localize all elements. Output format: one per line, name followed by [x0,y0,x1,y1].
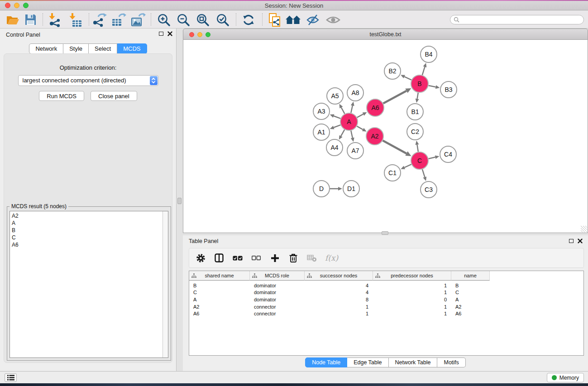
mcds-result-list[interactable]: A2ABCA6 [10,211,168,358]
control-tab-network[interactable]: Network [29,43,63,54]
network-canvas[interactable]: B4B2BB3A8A5A6A3B1AC2A1A2A4A7C4CC1DD1C3 [183,40,588,233]
show-columns-icon[interactable] [214,252,225,264]
mcds-result-item[interactable]: A2 [10,212,168,219]
column-header-predecessor-nodes[interactable]: predecessor nodes [373,271,451,281]
scrollbar-track[interactable] [163,211,168,357]
graph-edge-A-A6[interactable] [357,114,363,117]
graph-edge-C-C1[interactable] [404,164,411,167]
refresh-icon[interactable] [240,12,257,27]
graph-edge-A-A5[interactable] [341,107,345,114]
task-history-button[interactable] [5,373,17,382]
graph-edge-C-C3[interactable] [422,169,425,177]
graph-edge-A-A2[interactable] [357,126,363,130]
table-cell[interactable]: A6 [451,310,490,317]
table-cell[interactable]: B [189,282,250,289]
import-network-icon[interactable] [47,12,63,27]
table-cell[interactable]: A [451,296,490,303]
column-header-mcds-role[interactable]: MCDS role [250,271,305,281]
graph-edge-A-A1[interactable] [334,125,340,128]
graph-edge-B-B1[interactable] [417,93,418,99]
table-cell[interactable]: dominator [250,289,305,296]
table-row[interactable]: Bdominator41B [189,282,583,289]
column-header-name[interactable]: name [451,271,490,281]
select-all-columns-icon[interactable] [232,252,243,264]
add-column-icon[interactable] [269,252,280,264]
graph-edge-A-A7[interactable] [351,131,353,138]
settings-gear-icon[interactable] [195,252,206,264]
vertical-splitter-handle[interactable] [177,198,182,204]
search-input[interactable] [450,15,584,24]
table-tab-edge-table[interactable]: Edge Table [347,357,388,367]
table-cell[interactable]: dominator [250,296,305,303]
table-cell[interactable]: B [451,282,490,289]
zoom-selected-icon[interactable] [215,12,231,27]
graph-edge-B-B4[interactable] [422,67,425,75]
zoom-icon[interactable] [23,3,29,8]
close-panel-button[interactable]: Close panel [91,91,137,101]
birds-eye-view-icon[interactable] [325,12,341,27]
table-cell[interactable]: connector [250,303,305,310]
table-cell[interactable]: 1 [373,282,451,289]
delete-column-icon[interactable] [288,252,299,264]
table-cell[interactable]: 4 [305,289,373,296]
zoom-icon[interactable] [206,32,210,37]
zoom-fit-icon[interactable] [195,12,211,27]
table-cell[interactable]: C [451,289,490,296]
memory-button[interactable]: Memory [547,373,584,382]
home-icon[interactable] [285,12,301,27]
float-panel-icon[interactable] [159,32,163,36]
table-row[interactable]: Cdominator41C [189,289,583,296]
mcds-result-item[interactable]: C [10,234,168,241]
table-tab-network-table[interactable]: Network Table [389,357,438,367]
column-header-successor-nodes[interactable]: successor nodes [305,271,373,281]
run-mcds-button[interactable]: Run MCDS [39,91,84,101]
node-table[interactable]: shared nameMCDS rolesuccessor nodesprede… [189,271,584,356]
search-field[interactable] [461,17,583,23]
import-table-icon[interactable] [67,12,83,27]
graph-edge-A-A8[interactable] [351,105,353,113]
table-cell[interactable]: 0 [373,296,451,303]
save-session-icon[interactable] [22,12,38,27]
table-cell[interactable]: 1 [305,310,373,317]
graph-edge-A2-C[interactable] [383,141,406,154]
table-cell[interactable]: A2 [451,303,490,310]
table-cell[interactable]: A2 [189,303,250,310]
control-tab-style[interactable]: Style [63,43,89,54]
close-panel-icon[interactable] [167,31,172,36]
network-window-titlebar[interactable]: testGlobe.txt [183,29,588,40]
table-cell[interactable]: 1 [373,289,451,296]
zoom-in-icon[interactable] [156,12,172,27]
mcds-result-item[interactable]: A [10,219,168,227]
close-panel-icon[interactable] [578,238,583,243]
table-cell[interactable]: 1 [373,303,451,310]
table-cell[interactable]: A6 [189,310,250,317]
export-table-icon[interactable] [110,12,127,27]
mcds-result-item[interactable]: A6 [10,241,168,248]
table-cell[interactable]: 8 [305,296,373,303]
table-tab-node-table[interactable]: Node Table [305,357,347,367]
zoom-out-icon[interactable] [175,12,191,27]
table-cell[interactable]: connector [250,310,305,317]
mcds-result-item[interactable]: B [10,227,168,234]
graph-edge-B-B3[interactable] [429,86,436,87]
graph-edge-A6-B[interactable] [383,91,406,104]
network-graph[interactable]: B4B2BB3A8A5A6A3B1AC2A1A2A4A7C4CC1DD1C3 [183,40,588,232]
table-tab-motifs[interactable]: Motifs [437,357,465,367]
table-row[interactable]: Adominator80A [189,296,583,303]
column-header-shared-name[interactable]: shared name [189,271,250,281]
table-cell[interactable]: 4 [305,282,373,289]
optimization-criterion-select[interactable]: largest connected component (directed) [18,75,158,86]
resize-grip[interactable] [581,226,587,232]
export-network-icon[interactable] [91,12,108,27]
table-cell[interactable]: C [189,289,250,296]
float-panel-icon[interactable] [569,239,574,243]
horizontal-splitter-handle[interactable] [382,231,388,235]
close-icon[interactable] [5,3,10,8]
table-cell[interactable]: 1 [373,310,451,317]
new-network-from-selection-icon[interactable] [267,12,283,27]
table-cell[interactable]: A [189,296,250,303]
graphics-details-icon[interactable] [305,12,321,27]
control-tab-mcds[interactable]: MCDS [117,43,147,54]
close-icon[interactable] [189,32,194,37]
minimize-icon[interactable] [14,3,19,8]
